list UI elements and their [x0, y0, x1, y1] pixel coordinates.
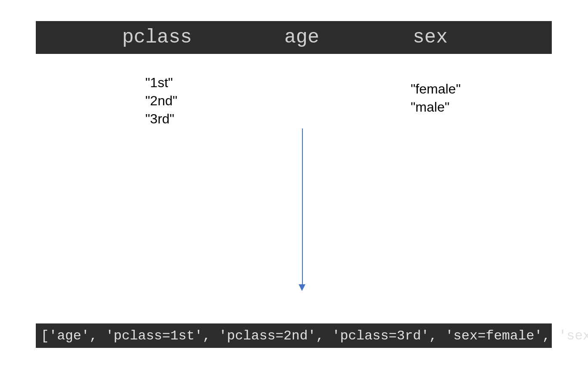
arrow-head-icon: [299, 284, 305, 291]
transformation-arrow: [302, 128, 303, 293]
column-header-bar: pclass age sex: [36, 21, 552, 54]
column-pclass: pclass: [122, 27, 192, 48]
sex-value-2: "male": [411, 98, 461, 116]
column-sex: sex: [413, 27, 448, 48]
pclass-values-list: "1st" "2nd" "3rd": [145, 74, 177, 128]
sex-value-1: "female": [411, 80, 461, 98]
pclass-value-1: "1st": [145, 74, 177, 92]
pclass-value-2: "2nd": [145, 92, 177, 110]
sex-values-list: "female" "male": [411, 80, 461, 116]
arrow-line: [302, 128, 303, 284]
output-bar: ['age', 'pclass=1st', 'pclass=2nd', 'pcl…: [36, 323, 552, 348]
output-text: ['age', 'pclass=1st', 'pclass=2nd', 'pcl…: [41, 328, 588, 344]
pclass-value-3: "3rd": [145, 110, 177, 128]
column-age: age: [284, 27, 319, 48]
